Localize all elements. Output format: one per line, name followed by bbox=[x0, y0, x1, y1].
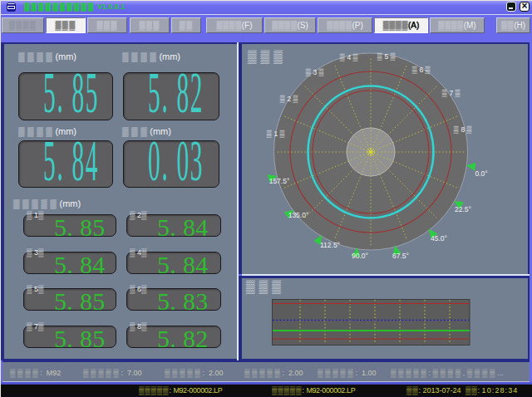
svg-text:▒4▒: ▒4▒ bbox=[340, 53, 360, 61]
svg-text:▒1▒: ▒1▒ bbox=[267, 130, 287, 138]
svg-text:90.0°: 90.0° bbox=[352, 252, 368, 260]
svg-text:▒7▒: ▒7▒ bbox=[442, 89, 462, 97]
svg-text:112.5°: 112.5° bbox=[320, 241, 340, 249]
svg-text:▒3▒: ▒3▒ bbox=[306, 68, 326, 76]
svg-text:135.0°: 135.0° bbox=[288, 211, 309, 219]
svg-text:▒6▒: ▒6▒ bbox=[412, 66, 432, 74]
svg-text:▒8▒: ▒8▒ bbox=[454, 125, 474, 134]
svg-text:0.0°: 0.0° bbox=[475, 169, 487, 178]
svg-text:67.5°: 67.5° bbox=[392, 252, 409, 260]
svg-text:45.0°: 45.0° bbox=[431, 234, 447, 243]
svg-text:▒5▒: ▒5▒ bbox=[377, 52, 397, 61]
svg-text:22.5°: 22.5° bbox=[455, 205, 471, 213]
svg-text:157.5°: 157.5° bbox=[269, 177, 290, 185]
svg-text:▒2▒: ▒2▒ bbox=[280, 95, 300, 103]
